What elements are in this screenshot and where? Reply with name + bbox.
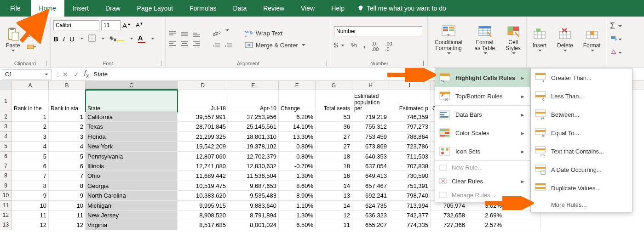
cell[interactable]: 3 <box>49 132 86 142</box>
cell[interactable]: 742,377 <box>389 210 431 220</box>
row-header[interactable]: 8 <box>0 171 12 181</box>
menu-text-contains[interactable]: abText that Contains... <box>531 142 632 160</box>
tab-insert[interactable]: Insert <box>64 0 97 17</box>
cell[interactable]: 10 <box>49 201 86 210</box>
row-header[interactable]: 9 <box>0 181 12 191</box>
cell[interactable]: 12 <box>12 220 49 230</box>
borders-button[interactable] <box>88 34 96 43</box>
cell[interactable]: Estimated p <box>389 90 431 112</box>
cell[interactable]: 12 <box>49 220 86 230</box>
font-name-input[interactable] <box>53 20 99 30</box>
merge-center-button[interactable]: Merge & Center <box>245 42 305 49</box>
col-header[interactable]: G <box>316 81 352 90</box>
comma-format-icon[interactable]: , <box>363 41 365 52</box>
cell[interactable]: 3 <box>12 132 49 142</box>
cell[interactable]: Virginia <box>86 220 178 230</box>
dialog-launcher-icon[interactable] <box>322 61 327 66</box>
cell[interactable]: 1 <box>12 112 49 122</box>
menu-top-bottom-rules[interactable]: 10 Top/Bottom Rules▸ <box>435 87 530 105</box>
align-middle-icon[interactable] <box>180 31 189 37</box>
cell[interactable]: 713,994 <box>389 201 431 210</box>
cell[interactable]: 19,378,102 <box>228 142 279 151</box>
cell[interactable]: 11 <box>12 210 49 220</box>
cell[interactable]: 788,864 <box>389 132 431 142</box>
clear-icon[interactable] <box>610 48 622 57</box>
cell[interactable]: 723,786 <box>389 142 431 151</box>
dialog-launcher-icon[interactable] <box>418 61 424 66</box>
cell[interactable]: 1.10% <box>279 201 316 210</box>
col-header[interactable]: I <box>389 81 431 90</box>
cell[interactable]: 636,323 <box>352 210 389 220</box>
cell[interactable]: 1.30% <box>279 171 316 181</box>
col-header[interactable]: B <box>49 81 86 90</box>
cell[interactable]: 18 <box>316 152 352 161</box>
cell[interactable]: 8,908,520 <box>178 210 228 220</box>
cell[interactable]: 14.10% <box>279 122 316 131</box>
cell[interactable]: 751,391 <box>389 181 431 191</box>
row-header[interactable]: 11 <box>0 201 12 210</box>
cell[interactable]: 2.57% <box>467 220 504 230</box>
tab-page-layout[interactable]: Page Layout <box>129 0 182 17</box>
cell[interactable]: 53 <box>316 112 352 122</box>
cell[interactable]: State <box>86 90 178 112</box>
cell[interactable]: 719,219 <box>352 112 389 122</box>
conditional-formatting-button[interactable]: ≠ Conditional Formatting <box>431 23 466 55</box>
row-header[interactable]: 2 <box>0 112 12 122</box>
row-header[interactable]: 1 <box>0 90 12 112</box>
cell[interactable]: 1.30% <box>279 210 316 220</box>
font-color-button[interactable]: A <box>138 34 145 43</box>
cell[interactable]: Total seats <box>316 90 352 112</box>
cell[interactable]: 6.50% <box>279 220 316 230</box>
cell[interactable]: Rank in the <box>12 90 49 112</box>
wrap-text-button[interactable]: abcWrap Text <box>245 30 305 37</box>
cell[interactable]: 692,241 <box>352 191 389 200</box>
cell[interactable]: 12,702,379 <box>228 152 279 161</box>
cell[interactable]: 8.60% <box>279 181 316 191</box>
align-top-icon[interactable] <box>168 31 177 37</box>
cell[interactable]: Illinois <box>86 161 178 171</box>
dialog-launcher-icon[interactable] <box>156 61 161 66</box>
cell[interactable]: 8 <box>12 181 49 191</box>
cell[interactable]: 0.80% <box>279 142 316 151</box>
cell[interactable]: 711,503 <box>389 152 431 161</box>
accounting-format-icon[interactable]: $ <box>334 41 345 52</box>
menu-between[interactable]: ⇄Between... <box>531 105 632 124</box>
menu-clear-rules[interactable]: Clear Rules▸ <box>435 174 530 188</box>
cell[interactable]: 4 <box>12 142 49 151</box>
cell[interactable] <box>504 220 541 230</box>
number-format-input[interactable] <box>334 26 422 36</box>
cell[interactable]: Change <box>279 90 316 112</box>
menu-more-rules[interactable]: More Rules... <box>531 197 632 212</box>
menu-data-bars[interactable]: Data Bars▸ <box>435 105 530 124</box>
percent-format-icon[interactable]: % <box>351 41 357 52</box>
tab-draw[interactable]: Draw <box>97 0 129 17</box>
orientation-button[interactable]: ab <box>213 29 221 39</box>
cell[interactable]: 797,273 <box>389 122 431 131</box>
cell[interactable]: Pennsylvania <box>86 152 178 161</box>
row-header[interactable]: 13 <box>0 220 12 230</box>
menu-less-than[interactable]: <Less Than... <box>531 87 632 105</box>
cell[interactable]: Estimated population per <box>352 90 389 112</box>
fill-color-button[interactable] <box>109 35 124 43</box>
cell[interactable]: 2 <box>12 122 49 131</box>
cell[interactable]: 6.20% <box>279 112 316 122</box>
cell[interactable]: 13.30% <box>279 132 316 142</box>
cell[interactable]: 2 <box>49 122 86 131</box>
cell-styles-button[interactable]: Cell Styles <box>503 23 523 55</box>
cell[interactable]: 727,366 <box>431 220 467 230</box>
cell[interactable]: 28,701,845 <box>178 122 228 131</box>
cell[interactable]: 1 <box>49 112 86 122</box>
menu-duplicate-values[interactable]: Duplicate Values... <box>531 179 632 197</box>
decrease-font-icon[interactable]: A▼ <box>136 22 144 28</box>
cell[interactable]: North Carolina <box>86 191 178 200</box>
menu-date-occurring[interactable]: A Date Occurring... <box>531 160 632 179</box>
cell[interactable]: 6 <box>49 161 86 171</box>
fill-icon[interactable] <box>610 34 622 44</box>
cell[interactable]: 5 <box>49 152 86 161</box>
cell[interactable]: 9,535,483 <box>228 191 279 200</box>
cell[interactable]: 14 <box>316 181 352 191</box>
cell[interactable]: 11,689,442 <box>178 171 228 181</box>
cell[interactable]: Ohio <box>86 171 178 181</box>
cell[interactable]: Texas <box>86 122 178 131</box>
cell[interactable]: 649,413 <box>352 171 389 181</box>
